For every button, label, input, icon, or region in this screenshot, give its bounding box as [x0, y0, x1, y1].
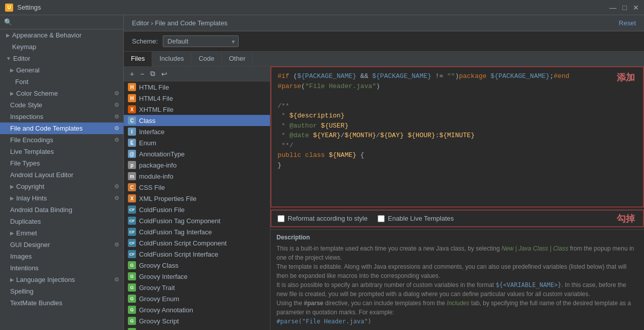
file-item-groovy-interface[interactable]: G Groovy Interface — [124, 271, 270, 282]
sidebar-item-inlay-hints[interactable]: ▶ Inlay Hints ⚙ — [0, 192, 123, 204]
file-item-xml[interactable]: X XML Properties File — [124, 193, 270, 204]
sidebar-item-label: Font — [15, 78, 119, 86]
sidebar-item-general[interactable]: ▶ General — [0, 64, 123, 76]
sidebar-item-android-layout-editor[interactable]: Android Layout Editor — [0, 169, 123, 181]
sidebar-item-emmet[interactable]: ▶ Emmet — [0, 227, 123, 239]
settings-icon[interactable]: ⚙ — [114, 137, 119, 143]
sidebar-item-file-code-templates[interactable]: File and Code Templates ⚙ — [0, 122, 123, 134]
maximize-button[interactable]: □ — [623, 4, 627, 12]
reformat-checkbox-label[interactable]: Reformat according to style — [278, 215, 367, 222]
sidebar-item-code-style[interactable]: Code Style ⚙ — [0, 99, 123, 111]
file-item-groovy-enum[interactable]: G Groovy Enum — [124, 293, 270, 304]
sidebar-item-gui-designer[interactable]: GUI Designer ⚙ — [0, 239, 123, 251]
file-item-groovy-script[interactable]: G Groovy Script — [124, 315, 270, 326]
file-item-cf2[interactable]: CF ColdFusion Tag Component — [124, 215, 270, 226]
settings-icon[interactable]: ⚙ — [114, 276, 119, 283]
description-text: This is a built-in template used each ti… — [277, 244, 638, 326]
annotation-uncheck: 勾掉 — [617, 213, 635, 225]
settings-icon[interactable]: ⚙ — [114, 241, 119, 248]
close-button[interactable]: ✕ — [633, 4, 639, 12]
scheme-select-wrap[interactable]: Default — [163, 35, 239, 47]
file-item-package-info[interactable]: p package-info — [124, 159, 270, 171]
reset-button[interactable]: Reset — [619, 19, 636, 27]
file-item-cf3[interactable]: CF ColdFusion Tag Interface — [124, 226, 270, 237]
file-item-groovy-trait[interactable]: G Groovy Trait — [124, 282, 270, 293]
sidebar-item-label: File Types — [10, 159, 119, 167]
file-item-enum[interactable]: E Enum — [124, 137, 270, 148]
sidebar-item-appearance[interactable]: ▶ Appearance & Behavior — [0, 29, 123, 41]
file-item-groovy-dsl[interactable]: G Groovy DSL Script — [124, 326, 270, 330]
file-item-label: Interface — [139, 128, 165, 136]
reformat-checkbox[interactable] — [278, 215, 285, 222]
cf-icon: CF — [128, 205, 136, 214]
sidebar-item-intentions[interactable]: Intentions — [0, 262, 123, 274]
file-item-html4[interactable]: H HTML4 File — [124, 93, 270, 104]
settings-icon[interactable]: ⚙ — [114, 125, 119, 132]
add-template-button[interactable]: + — [128, 69, 136, 79]
sidebar-item-editor[interactable]: ▼ Editor — [0, 53, 123, 64]
sidebar-item-keymap[interactable]: Keymap — [0, 41, 123, 53]
copy-template-button[interactable]: ⧉ — [148, 68, 157, 79]
file-item-label: Groovy Class — [139, 262, 178, 269]
groovy-icon: G — [128, 306, 136, 314]
sidebar-item-color-scheme[interactable]: ▶ Color Scheme ⚙ — [0, 88, 123, 99]
sidebar-item-label: Duplicates — [10, 218, 119, 225]
code-line-2: #parse("File Header.java") — [278, 81, 637, 92]
tab-other[interactable]: Other — [222, 52, 253, 66]
tab-code[interactable]: Code — [192, 52, 222, 66]
settings-icon[interactable]: ⚙ — [114, 113, 119, 120]
settings-icon[interactable]: ⚙ — [114, 183, 119, 190]
titlebar-controls[interactable]: — □ ✕ — [610, 4, 639, 12]
titlebar-left: U Settings — [5, 4, 41, 12]
sidebar-search-input[interactable] — [15, 19, 119, 26]
file-item-groovy-annotation[interactable]: G Groovy Annotation — [124, 304, 270, 315]
breadcrumb-separator: › — [151, 19, 155, 27]
file-item-css[interactable]: C CSS File — [124, 182, 270, 193]
sidebar-item-language-injections[interactable]: ▶ Language Injections ⚙ — [0, 274, 123, 285]
minimize-button[interactable]: — — [610, 4, 617, 12]
file-item-label: Groovy Script — [139, 317, 179, 325]
remove-template-button[interactable]: − — [138, 69, 146, 79]
tab-files[interactable]: Files — [124, 52, 152, 66]
html4-icon: H — [128, 94, 136, 102]
file-item-cf4[interactable]: CF ColdFusion Script Component — [124, 237, 270, 249]
settings-icon[interactable]: ⚙ — [114, 102, 119, 108]
sidebar-item-android-data-binding[interactable]: Android Data Binding — [0, 204, 123, 216]
file-item-class[interactable]: C Class — [124, 115, 270, 126]
file-item-groovy-class[interactable]: G Groovy Class — [124, 260, 270, 271]
file-item-module-info[interactable]: m module-info — [124, 171, 270, 182]
sidebar-search[interactable]: 🔍 — [0, 15, 123, 29]
file-item-cf1[interactable]: CF ColdFusion File — [124, 204, 270, 215]
file-item-label: Groovy DSL Script — [139, 328, 193, 331]
code-line-4: /** — [278, 101, 637, 111]
live-templates-checkbox-label[interactable]: Enable Live Templates — [378, 215, 454, 222]
file-item-annotation[interactable]: @ AnnotationType — [124, 148, 270, 159]
arrow-icon: ▶ — [10, 184, 14, 189]
reset-template-button[interactable]: ↩ — [159, 69, 169, 79]
groovy-icon: G — [128, 328, 136, 330]
sidebar-item-file-encodings[interactable]: File Encodings ⚙ — [0, 134, 123, 146]
scheme-select[interactable]: Default — [163, 35, 239, 47]
sidebar-item-live-templates[interactable]: Live Templates — [0, 146, 123, 157]
sidebar-item-inspections[interactable]: Inspections ⚙ — [0, 111, 123, 122]
sidebar-item-copyright[interactable]: ▶ Copyright ⚙ — [0, 181, 123, 192]
code-editor[interactable]: 添加 #if (${PACKAGE_NAME} && ${PACKAGE_NAM… — [270, 66, 644, 208]
file-list-panel: + − ⧉ ↩ H HTML File H HTML4 File X — [124, 66, 270, 330]
file-item-label: Class — [139, 117, 156, 125]
sidebar-item-font[interactable]: Font — [0, 76, 123, 88]
description-section: Description This is a built-in template … — [270, 229, 644, 330]
file-item-xhtml[interactable]: X XHTML File — [124, 104, 270, 115]
live-templates-checkbox[interactable] — [378, 215, 385, 222]
tab-includes[interactable]: Includes — [152, 52, 191, 66]
sidebar-item-file-types[interactable]: File Types — [0, 157, 123, 169]
sidebar-item-textmate-bundles[interactable]: TextMate Bundles — [0, 297, 123, 309]
settings-icon[interactable]: ⚙ — [114, 90, 119, 97]
sidebar-item-images[interactable]: Images — [0, 251, 123, 262]
sidebar-item-label: Intentions — [10, 264, 119, 272]
file-item-interface[interactable]: I Interface — [124, 126, 270, 137]
sidebar-item-duplicates[interactable]: Duplicates — [0, 216, 123, 227]
file-item-html[interactable]: H HTML File — [124, 81, 270, 93]
settings-icon[interactable]: ⚙ — [114, 195, 119, 201]
sidebar-item-spelling[interactable]: Spelling — [0, 285, 123, 297]
file-item-cf5[interactable]: CF ColdFusion Script Interface — [124, 249, 270, 260]
